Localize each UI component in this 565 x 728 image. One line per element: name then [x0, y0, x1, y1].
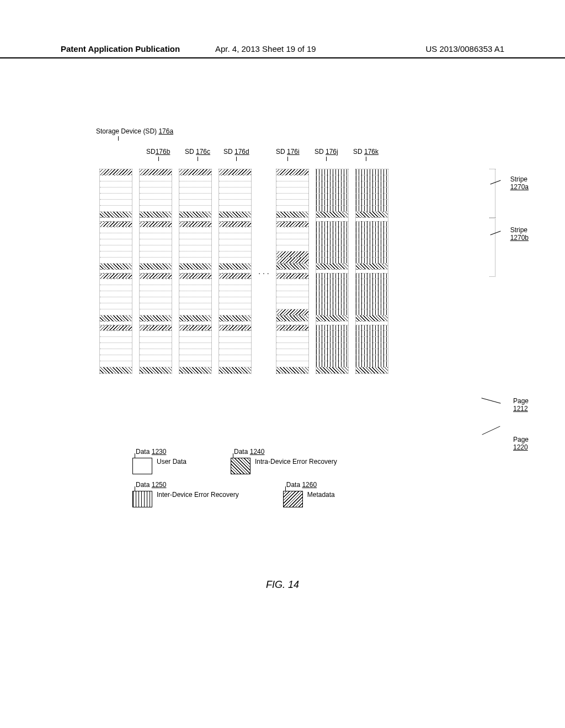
page-cell [276, 303, 308, 309]
page-cell [316, 227, 348, 233]
leader-1220 [482, 426, 500, 435]
page-cell [276, 309, 308, 315]
page-cell [140, 212, 172, 218]
page-cell [276, 258, 308, 264]
page-cell [276, 367, 308, 373]
page-cell [219, 169, 251, 175]
page-cell [356, 200, 388, 206]
page-cell [316, 251, 348, 258]
page-cell [316, 303, 348, 309]
page-cell [316, 279, 348, 285]
page-cell [316, 325, 348, 331]
swatch-inter-device [132, 491, 152, 507]
page-cell [356, 245, 388, 251]
page-cell [276, 233, 308, 239]
page-cell [100, 279, 132, 285]
col-6-num: 176k [364, 148, 379, 156]
page-cell [140, 251, 172, 258]
device-col-5 [316, 169, 349, 374]
page-cell [100, 273, 132, 279]
page-cell [140, 233, 172, 239]
page-cell [140, 181, 172, 188]
page-cell [276, 273, 308, 279]
page-cell [100, 227, 132, 233]
page-cell [316, 309, 348, 315]
page-cell [179, 212, 211, 218]
page-cell [140, 309, 172, 315]
page-cell [316, 181, 348, 188]
page-cell [219, 181, 251, 188]
page-cell [316, 239, 348, 245]
page-cell [219, 194, 251, 200]
column-labels: Storage Device (SD) 176a SD176b SD 176c … [99, 138, 486, 165]
device-col-3 [218, 169, 252, 374]
col-1-num: 176b [156, 148, 170, 156]
page-cell [356, 309, 388, 315]
page-cell [276, 194, 308, 200]
page-cell [100, 181, 132, 188]
page-cell [219, 227, 251, 233]
page-cell [219, 233, 251, 239]
page-cell [356, 188, 388, 194]
page-cell [316, 297, 348, 303]
page-cell [276, 355, 308, 361]
device-col-6 [355, 169, 388, 374]
page-cell [316, 343, 348, 349]
page-cell [179, 303, 211, 309]
page-cell [140, 331, 172, 337]
page-cell [179, 315, 211, 322]
page-cell [100, 200, 132, 206]
page-cell [276, 343, 308, 349]
page-cell [356, 279, 388, 285]
swatch-intra-device [231, 458, 250, 474]
page-cell [179, 264, 211, 270]
device-col-4 [276, 169, 309, 374]
page-cell [316, 206, 348, 212]
page-cell [179, 227, 211, 233]
page-cell [219, 279, 251, 285]
page-cell [140, 245, 172, 251]
col-2-num: 176c [196, 148, 210, 156]
page-cell [316, 361, 348, 367]
page-cell [276, 245, 308, 251]
page-cell [100, 355, 132, 361]
page-cell [179, 200, 211, 206]
page-cell [356, 315, 388, 322]
page-cell [179, 297, 211, 303]
page-cell [219, 239, 251, 245]
ellipsis: . . . [258, 169, 269, 374]
page-cell [179, 258, 211, 264]
page-cell [140, 239, 172, 245]
stripe-1270b-label: Stripe1270b [510, 226, 529, 242]
page-cell [356, 355, 388, 361]
page-cell [100, 188, 132, 194]
page-cell [219, 331, 251, 337]
page-cell [140, 175, 172, 181]
page-cell [316, 315, 348, 322]
storage-grid: . . . [99, 169, 486, 374]
page-cell [356, 285, 388, 291]
page-cell [356, 221, 388, 227]
page-cell [219, 297, 251, 303]
page-cell [179, 251, 211, 258]
page-cell [100, 206, 132, 212]
page-cell [179, 361, 211, 367]
page-cell [100, 251, 132, 258]
page-cell [179, 325, 211, 331]
page-cell [316, 337, 348, 343]
page-cell [100, 194, 132, 200]
header-right: US 2013/0086353 A1 [425, 44, 504, 53]
page-cell [276, 331, 308, 337]
page-cell [356, 181, 388, 188]
col-3-prefix: SD [223, 148, 233, 156]
device-col-0 [99, 169, 132, 374]
page-cell [316, 331, 348, 337]
page-cell [356, 175, 388, 181]
page-cell [219, 175, 251, 181]
page-cell [316, 188, 348, 194]
page-cell [316, 233, 348, 239]
page-cell [100, 169, 132, 175]
col-4-prefix: SD [276, 148, 285, 156]
page-cell [219, 361, 251, 367]
page-cell [140, 273, 172, 279]
